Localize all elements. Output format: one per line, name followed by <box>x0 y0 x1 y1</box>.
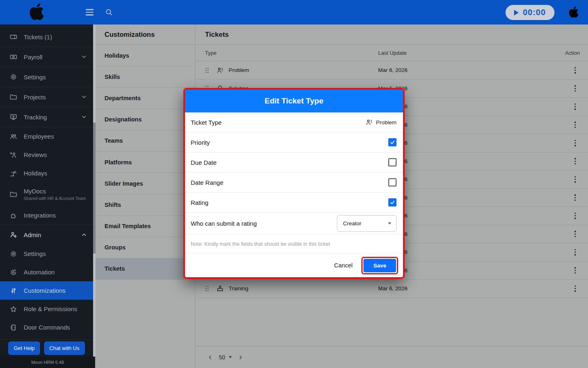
sidebar-scrollbar[interactable] <box>93 25 96 357</box>
user-avatar-apple-icon[interactable] <box>568 6 579 20</box>
sidebar-item-tickets[interactable]: Tickets (1) <box>0 27 93 47</box>
app-version: Moon HRM 6.48 <box>0 357 95 368</box>
search-icon[interactable] <box>105 8 113 16</box>
rating-submitter-value: Creator <box>343 220 361 227</box>
rating-row: Rating <box>185 193 403 213</box>
monitor-icon <box>10 113 17 121</box>
gear-icon <box>10 73 17 81</box>
sidebar-item-mydocs[interactable]: MyDocsShared with HR & Account Team <box>0 182 93 206</box>
sidebar-item-automation[interactable]: Automation <box>0 263 93 281</box>
sidebar-item-admin[interactable]: Admin <box>0 224 93 245</box>
sliders-icon <box>10 287 17 294</box>
sidebar-item-door-commands[interactable]: Door Commands <box>0 318 93 337</box>
due-date-row: Due Date <box>185 153 403 173</box>
ticket-type-value: Problem <box>376 119 396 126</box>
chat-with-us-button[interactable]: Chat with Us <box>44 341 85 355</box>
star-icon <box>10 305 17 313</box>
who-can-rate-row: Who can submit a rating Creator <box>185 213 403 235</box>
chevron-down-icon <box>82 114 87 119</box>
sidebar-item-tracking[interactable]: Tracking <box>0 107 93 127</box>
automation-icon <box>10 269 17 276</box>
sidebar-item-customizations[interactable]: Customizations <box>0 281 93 300</box>
person-alert-icon <box>365 119 373 126</box>
save-annotation-highlight: Save <box>361 257 398 274</box>
sidebar-item-payroll[interactable]: Payroll <box>0 47 93 67</box>
sidebar-item-admin-settings[interactable]: Settings <box>0 245 93 263</box>
priority-checkbox[interactable] <box>388 138 396 146</box>
date-range-row: Date Range <box>185 173 403 193</box>
scrollbar-thumb[interactable] <box>93 123 96 254</box>
timer-value: 00:00 <box>523 8 546 17</box>
modal-title: Edit Ticket Type <box>185 90 403 112</box>
get-help-button[interactable]: Get Help <box>8 341 40 355</box>
rating-submitter-select[interactable]: Creator <box>337 215 396 232</box>
payroll-icon <box>10 53 17 61</box>
timer-button[interactable]: 00:00 <box>506 5 555 20</box>
sidebar-item-integrations[interactable]: Integrations <box>0 206 93 224</box>
sidebar-item-reviews[interactable]: Reviews <box>0 146 93 164</box>
ticket-type-row: Ticket Type Problem <box>185 112 403 132</box>
person-star-icon <box>10 151 17 159</box>
door-icon <box>10 324 17 331</box>
folder-icon <box>10 191 17 198</box>
modal-footer: Cancel Save <box>185 254 403 277</box>
chevron-up-icon <box>82 232 87 237</box>
top-bar: 00:00 <box>0 0 588 25</box>
who-can-rate-label: Who can submit a rating <box>191 220 257 227</box>
edit-ticket-type-modal: Edit Ticket Type Ticket Type Problem Pri… <box>183 88 405 279</box>
rating-checkbox[interactable] <box>388 198 396 206</box>
modal-note: Note: Kindly mark the fields that should… <box>185 235 403 254</box>
sidebar-footer: Get Help Chat with Us <box>0 339 93 357</box>
date-range-checkbox[interactable] <box>388 178 396 186</box>
people-icon <box>10 133 17 140</box>
play-icon <box>514 10 519 16</box>
sidebar-item-role-permissions[interactable]: Role & Permissions <box>0 300 93 318</box>
main-sidebar: Tickets (1) Payroll Settings Projects Tr… <box>0 25 93 368</box>
sidebar-item-holidays[interactable]: Holidays <box>0 164 93 182</box>
puzzle-icon <box>10 212 17 219</box>
person-gear-icon <box>10 231 17 238</box>
chevron-down-icon <box>82 54 87 59</box>
save-button[interactable]: Save <box>363 259 396 272</box>
priority-row: Priority <box>185 132 403 153</box>
sidebar-item-settings[interactable]: Settings <box>0 67 93 87</box>
folder-icon <box>10 93 17 101</box>
ticket-icon <box>10 33 17 40</box>
sidebar-item-employees[interactable]: Employees <box>0 127 93 146</box>
chevron-down-icon <box>82 94 87 99</box>
sidebar-item-projects[interactable]: Projects <box>0 87 93 107</box>
palm-tree-icon <box>10 170 17 177</box>
gear-icon <box>10 250 17 258</box>
due-date-checkbox[interactable] <box>388 158 396 166</box>
menu-hamburger-icon[interactable] <box>86 9 94 15</box>
cancel-button[interactable]: Cancel <box>334 262 352 269</box>
ticket-type-label: Ticket Type <box>191 119 222 126</box>
mydocs-subtitle: Shared with HR & Account Team <box>24 196 87 201</box>
caret-down-icon <box>388 222 391 224</box>
app-logo-apple-icon <box>29 2 45 23</box>
